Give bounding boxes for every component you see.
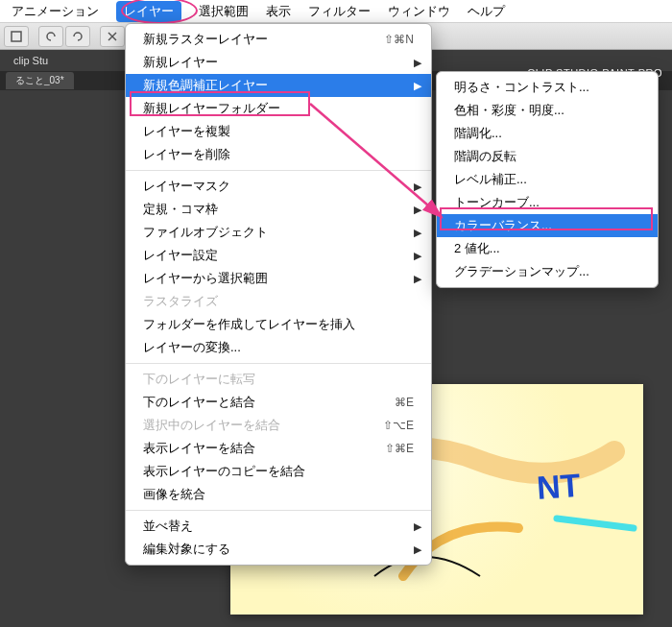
tool-clear-icon[interactable] [100,26,125,47]
menu-layer[interactable]: レイヤー [116,1,181,22]
menu-item-label: 色相・彩度・明度... [454,102,564,119]
menu-separator [126,510,431,511]
menubar[interactable]: アニメーション レイヤー 選択範囲 表示 フィルター ウィンドウ ヘルプ [0,0,672,23]
layer-menu-item-8[interactable]: 定規・コマ枠▶ [126,198,431,221]
submenu-arrow-icon: ▶ [414,250,421,262]
svg-rect-0 [12,32,21,41]
menu-item-label: 新規レイヤー [143,54,218,71]
tool-undo-icon[interactable] [38,26,63,47]
layer-menu-item-9[interactable]: ファイルオブジェクト▶ [126,221,431,244]
menu-item-label: レベル補正... [454,171,527,188]
menu-item-label: 編集対象にする [143,541,230,558]
menu-item-label: レイヤーマスク [143,178,230,195]
menu-help[interactable]: ヘルプ [468,3,505,20]
layer-menu-item-11[interactable]: レイヤーから選択範囲▶ [126,267,431,290]
toolbar-separator [92,26,98,47]
adjust-submenu-item-4[interactable]: レベル補正... [437,168,658,191]
menu-item-label: 新規ラスターレイヤー [143,31,268,48]
menu-item-label: ファイルオブジェクト [143,224,268,241]
layer-menu-item-20[interactable]: 表示レイヤーのコピーを結合 [126,460,431,483]
menu-item-label: レイヤー設定 [143,247,218,264]
menu-item-label: レイヤーの変換... [143,339,241,356]
submenu-arrow-icon: ▶ [414,80,421,92]
layer-menu-item-14[interactable]: レイヤーの変換... [126,336,431,359]
menu-item-label: グラデーションマップ... [454,263,589,280]
menu-separator [126,170,431,171]
adjust-submenu-item-1[interactable]: 色相・彩度・明度... [437,99,658,122]
layer-menu-item-10[interactable]: レイヤー設定▶ [126,244,431,267]
submenu-arrow-icon: ▶ [414,57,421,69]
menu-shortcut: ⇧⌥E [383,419,414,432]
adjust-submenu-item-7[interactable]: 2 値化... [437,237,658,260]
menu-view[interactable]: 表示 [266,3,291,20]
layer-menu-item-23[interactable]: 並べ替え▶ [126,515,431,538]
layer-menu-item-0[interactable]: 新規ラスターレイヤー⇧⌘N [126,28,431,51]
menu-item-label: トーンカーブ... [454,194,540,211]
layer-menu-item-21[interactable]: 画像を統合 [126,483,431,506]
adjust-submenu-item-6[interactable]: カラーバランス... [437,214,658,237]
menu-item-label: 明るさ・コントラスト... [454,79,589,96]
menu-item-label: レイヤーを複製 [143,123,230,140]
tool-redo-icon[interactable] [65,26,90,47]
menu-item-label: ラスタライズ [143,293,218,310]
menu-selection[interactable]: 選択範囲 [199,3,249,20]
adjust-submenu-item-3[interactable]: 階調の反転 [437,145,658,168]
menu-separator [126,363,431,364]
menu-item-label: 下のレイヤーと結合 [143,394,255,411]
layer-menu-item-2[interactable]: 新規色調補正レイヤー▶ [126,74,431,97]
layer-menu-item-3[interactable]: 新規レイヤーフォルダー [126,97,431,120]
menu-shortcut: ⇧⌘N [384,33,414,46]
menu-item-label: カラーバランス... [454,217,552,234]
layer-menu-item-24[interactable]: 編集対象にする▶ [126,538,431,561]
menu-item-label: 新規レイヤーフォルダー [143,100,280,117]
menu-item-label: レイヤーから選択範囲 [143,270,268,287]
menu-item-label: フォルダーを作成してレイヤーを挿入 [143,316,355,333]
layer-menu-item-17[interactable]: 下のレイヤーと結合⌘E [126,391,431,414]
menu-filter[interactable]: フィルター [308,3,371,20]
adjust-submenu-item-5[interactable]: トーンカーブ... [437,191,658,214]
menu-item-label: レイヤーを削除 [143,146,230,163]
adjust-submenu-item-2[interactable]: 階調化... [437,122,658,145]
adjust-submenu-item-0[interactable]: 明るさ・コントラスト... [437,76,658,99]
layer-menu-item-19[interactable]: 表示レイヤーを結合⇧⌘E [126,437,431,460]
menu-item-label: 表示レイヤーのコピーを結合 [143,463,305,480]
menu-window[interactable]: ウィンドウ [388,3,450,20]
submenu-arrow-icon: ▶ [414,273,421,285]
menu-item-label: 並べ替え [143,518,193,535]
menu-animation[interactable]: アニメーション [12,3,99,20]
submenu-arrow-icon: ▶ [414,227,421,239]
toolbar-separator [31,26,36,47]
svg-text:NT: NT [536,467,582,506]
menu-item-label: 階調化... [454,125,502,142]
menu-shortcut: ⇧⌘E [385,442,414,455]
menu-item-label: 下のレイヤーに転写 [143,371,255,388]
submenu-arrow-icon: ▶ [414,520,421,533]
submenu-arrow-icon: ▶ [414,181,421,193]
layer-menu-item-1[interactable]: 新規レイヤー▶ [126,51,431,74]
layer-menu[interactable]: 新規ラスターレイヤー⇧⌘N新規レイヤー▶新規色調補正レイヤー▶新規レイヤーフォル… [125,23,432,566]
title-left: clip Stu [13,55,48,66]
menu-item-label: 定規・コマ枠 [143,201,218,218]
layer-menu-item-12: ラスタライズ [126,290,431,313]
menu-item-label: 表示レイヤーを結合 [143,440,255,457]
menu-item-label: 選択中のレイヤーを結合 [143,417,280,434]
layer-menu-item-7[interactable]: レイヤーマスク▶ [126,175,431,198]
tool-save-icon[interactable] [4,26,29,47]
layer-menu-item-4[interactable]: レイヤーを複製 [126,120,431,143]
layer-menu-item-13[interactable]: フォルダーを作成してレイヤーを挿入 [126,313,431,336]
layer-menu-item-5[interactable]: レイヤーを削除 [126,143,431,166]
menu-item-label: 階調の反転 [454,148,516,165]
submenu-arrow-icon: ▶ [414,204,421,216]
menu-item-label: 2 値化... [454,240,500,257]
adjust-submenu-item-8[interactable]: グラデーションマップ... [437,260,658,283]
document-tab[interactable]: ること_03* [6,72,74,89]
layer-menu-item-18: 選択中のレイヤーを結合⇧⌥E [126,414,431,437]
menu-item-label: 新規色調補正レイヤー [143,77,268,94]
menu-item-label: 画像を統合 [143,486,205,503]
menu-shortcut: ⌘E [395,396,414,409]
color-adjust-submenu[interactable]: 明るさ・コントラスト...色相・彩度・明度...階調化...階調の反転レベル補正… [436,71,659,288]
layer-menu-item-16: 下のレイヤーに転写 [126,368,431,391]
submenu-arrow-icon: ▶ [414,543,421,556]
